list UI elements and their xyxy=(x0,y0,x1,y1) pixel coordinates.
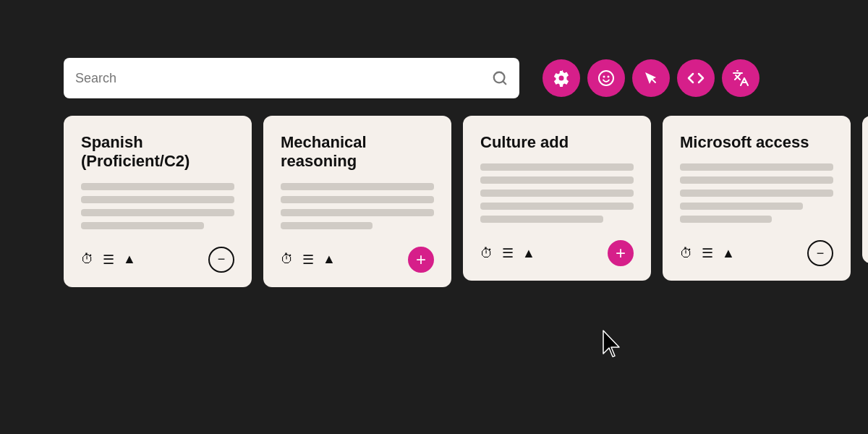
svg-point-3 xyxy=(603,76,605,78)
card-lines-spanish xyxy=(81,183,234,229)
translate-button[interactable] xyxy=(722,59,760,97)
card-title-culture: Culture add xyxy=(480,133,634,152)
search-icon xyxy=(492,70,508,86)
add-button-mechanical[interactable]: + xyxy=(408,247,434,273)
line xyxy=(281,196,434,203)
card-lines-microsoft xyxy=(680,163,833,223)
line xyxy=(81,196,234,203)
card-partial: CoDe... ⏱ xyxy=(862,116,868,263)
line xyxy=(81,222,204,229)
search-input[interactable] xyxy=(75,71,492,86)
chart-icon[interactable]: ▲ xyxy=(323,252,336,267)
card-actions-spanish: ⏱ ☰ ▲ − xyxy=(81,247,234,273)
list-icon[interactable]: ☰ xyxy=(702,245,713,261)
list-icon[interactable]: ☰ xyxy=(502,245,514,261)
emoji-button[interactable] xyxy=(587,59,625,97)
timer-icon[interactable]: ⏱ xyxy=(281,252,294,267)
card-title-mechanical: Mechanical reasoning xyxy=(281,133,434,171)
card-actions-mechanical: ⏱ ☰ ▲ + xyxy=(281,247,434,273)
timer-icon[interactable]: ⏱ xyxy=(81,252,94,267)
settings-button[interactable] xyxy=(542,59,580,97)
card-spanish: Spanish (Proficient/C2) ⏱ ☰ ▲ − xyxy=(64,116,252,287)
icon-buttons-group xyxy=(542,59,760,97)
svg-point-2 xyxy=(599,71,613,85)
card-mechanical: Mechanical reasoning ⏱ ☰ ▲ + xyxy=(263,116,451,287)
card-culture: Culture add ⏱ ☰ ▲ + xyxy=(463,116,651,281)
card-title-spanish: Spanish (Proficient/C2) xyxy=(81,133,234,171)
card-lines-culture xyxy=(480,163,634,223)
line xyxy=(480,190,634,197)
line xyxy=(281,183,434,190)
cards-row: Spanish (Proficient/C2) ⏱ ☰ ▲ − Mechanic… xyxy=(64,116,804,287)
line xyxy=(680,190,833,197)
list-icon[interactable]: ☰ xyxy=(103,252,114,268)
card-lines-mechanical xyxy=(281,183,434,229)
card-actions-microsoft: ⏱ ☰ ▲ − xyxy=(680,240,833,266)
line xyxy=(680,176,833,184)
timer-icon[interactable]: ⏱ xyxy=(480,246,493,261)
remove-button-microsoft[interactable]: − xyxy=(807,240,833,266)
svg-point-4 xyxy=(608,76,610,78)
line xyxy=(281,209,434,216)
card-microsoft: Microsoft access ⏱ ☰ ▲ − xyxy=(663,116,851,281)
line xyxy=(480,163,634,171)
timer-icon[interactable]: ⏱ xyxy=(680,246,693,261)
card-title-microsoft: Microsoft access xyxy=(680,133,833,152)
line xyxy=(480,216,603,223)
chart-icon[interactable]: ▲ xyxy=(123,252,136,267)
line xyxy=(81,209,234,216)
remove-button-spanish[interactable]: − xyxy=(208,247,234,273)
search-bar xyxy=(64,58,519,98)
line xyxy=(680,216,772,223)
page-wrapper: Spanish (Proficient/C2) ⏱ ☰ ▲ − Mechanic… xyxy=(0,0,868,434)
chart-icon[interactable]: ▲ xyxy=(522,246,535,261)
list-icon[interactable]: ☰ xyxy=(302,252,314,268)
line xyxy=(81,183,234,190)
svg-line-1 xyxy=(503,81,506,84)
line xyxy=(281,222,373,229)
code-button[interactable] xyxy=(677,59,715,97)
line xyxy=(680,163,833,171)
card-actions-culture: ⏱ ☰ ▲ + xyxy=(480,240,634,266)
add-button-culture[interactable]: + xyxy=(608,240,634,266)
cursor-button[interactable] xyxy=(632,59,670,97)
line xyxy=(680,203,803,210)
line xyxy=(480,176,634,184)
chart-icon[interactable]: ▲ xyxy=(722,246,735,261)
line xyxy=(480,203,634,210)
top-bar xyxy=(64,58,804,98)
